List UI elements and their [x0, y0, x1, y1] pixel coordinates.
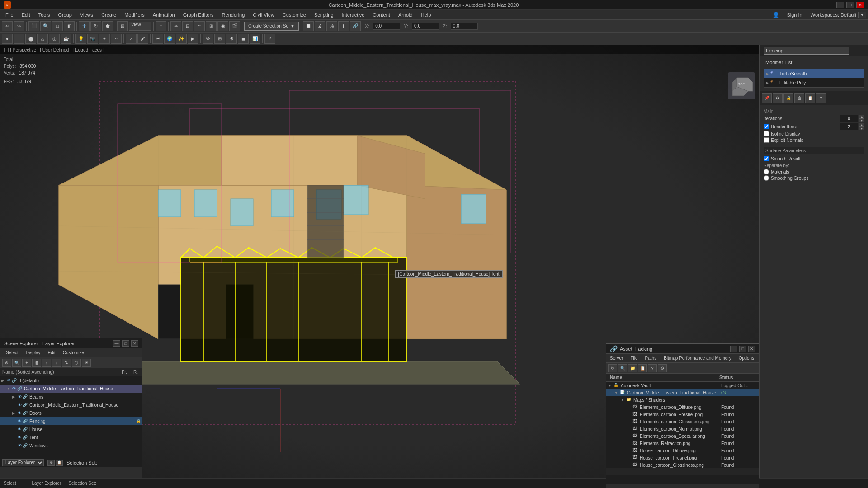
- at-tb-help-button[interactable]: ?: [648, 364, 657, 372]
- menu-file[interactable]: File: [2, 10, 17, 20]
- menu-tools[interactable]: Tools: [35, 10, 54, 20]
- rp-delete-button[interactable]: 🗑: [794, 93, 804, 103]
- select-by-name-button[interactable]: 🔍: [40, 21, 51, 31]
- at-menu-bitmap[interactable]: Bitmap Performance and Memory: [662, 356, 733, 361]
- at-tree-item[interactable]: 🖼House_cartoon_Diffuse.pngFound: [606, 447, 759, 454]
- spacewarp-button[interactable]: 〰: [111, 34, 122, 44]
- percent-snap-button[interactable]: %: [326, 21, 337, 31]
- close-button[interactable]: ✕: [856, 2, 864, 8]
- se-maximize-button[interactable]: □: [122, 340, 129, 347]
- at-tree-item[interactable]: 🖼Elements_cartoon_Fresnel.pngFound: [606, 411, 759, 418]
- help-button[interactable]: ?: [264, 34, 275, 44]
- snap-toggle-button[interactable]: 🔲: [303, 21, 314, 31]
- at-tree-item[interactable]: 🖼Elements_cartoon_Specular.pngFound: [606, 432, 759, 440]
- rp-lock-button[interactable]: 🔒: [783, 93, 793, 103]
- at-tree-item[interactable]: 🖼Elements_cartoon_Normal.pngFound: [606, 425, 759, 432]
- tree-item[interactable]: ▶👁🔗Doors: [0, 409, 142, 417]
- at-tree-item[interactable]: 🖼House_cartoon_Fresnel.pngFound: [606, 454, 759, 461]
- at-tree-item[interactable]: 🖼Elements_Refraction.pngFound: [606, 440, 759, 447]
- se-tb-move-up-button[interactable]: ↑: [42, 359, 51, 367]
- at-tree-item[interactable]: 🖼House_cartoon_Glossiness.pngFound: [606, 461, 759, 468]
- helper-button[interactable]: +: [99, 34, 110, 44]
- render-iters-down-button[interactable]: ▼: [859, 127, 864, 130]
- torus-button[interactable]: ◎: [49, 34, 60, 44]
- maximize-button[interactable]: □: [846, 2, 854, 8]
- menu-customize[interactable]: Customize: [279, 10, 310, 20]
- schematic-view-button[interactable]: ⊞: [206, 21, 217, 31]
- at-menu-options[interactable]: Options: [737, 356, 756, 361]
- render-button[interactable]: ▶: [188, 34, 198, 44]
- select-scale-button[interactable]: ⬟: [102, 21, 113, 31]
- box-button[interactable]: □: [14, 34, 24, 44]
- at-tree-item[interactable]: 🖼Elements_cartoon_Diffuse.pngFound: [606, 404, 759, 411]
- at-close-button[interactable]: ✕: [748, 346, 755, 352]
- menu-edit[interactable]: Edit: [18, 10, 34, 20]
- se-tb-highlight-button[interactable]: ☀: [82, 359, 91, 367]
- camera-button[interactable]: 📷: [87, 34, 98, 44]
- menu-interactive[interactable]: Interactive: [338, 10, 368, 20]
- rp-properties-button[interactable]: 📋: [805, 93, 815, 103]
- rect-select-button[interactable]: □: [52, 21, 63, 31]
- at-menu-file[interactable]: File: [628, 356, 639, 361]
- menu-arnold[interactable]: Arnold: [395, 10, 416, 20]
- fencing-input[interactable]: [764, 47, 849, 55]
- paint-button[interactable]: 🖌: [137, 34, 148, 44]
- half-res-button[interactable]: ½: [203, 34, 213, 44]
- menu-rendering[interactable]: Rendering: [218, 10, 249, 20]
- se-menu-display[interactable]: Display: [22, 350, 44, 355]
- tree-item[interactable]: ▼👁🔗Cartoon_Middle_Eastern_Traditional_Ho…: [0, 385, 142, 393]
- se-menu-select[interactable]: Select: [2, 350, 22, 355]
- sun-light-button[interactable]: ☀: [152, 34, 163, 44]
- se-tb-search-button[interactable]: 🔍: [12, 359, 21, 367]
- menu-modifiers[interactable]: Modifiers: [121, 10, 148, 20]
- render-iters-up-button[interactable]: ▲: [859, 123, 864, 127]
- teapot-button[interactable]: ☕: [61, 34, 71, 44]
- se-tb-group-button[interactable]: ⬡: [72, 359, 81, 367]
- reference-coord-button[interactable]: ⊞: [117, 21, 128, 31]
- navigation-cube[interactable]: TOP: [728, 72, 755, 99]
- se-tb-move-down-button[interactable]: ↓: [52, 359, 61, 367]
- select-filter-button[interactable]: ⊿: [126, 34, 137, 44]
- select-move-button[interactable]: ✛: [79, 21, 90, 31]
- viewport-config-button[interactable]: ⚙: [226, 34, 237, 44]
- iterations-input[interactable]: [840, 115, 858, 122]
- menu-create[interactable]: Create: [98, 10, 120, 20]
- adaptive-degrade-button[interactable]: ◼: [238, 34, 249, 44]
- render-setup-button[interactable]: 🎬: [229, 21, 240, 31]
- minimize-button[interactable]: —: [836, 2, 844, 8]
- se-tb-delete-button[interactable]: 🗑: [32, 359, 41, 367]
- render-iters-checkbox[interactable]: [764, 124, 769, 129]
- se-tb-sort-button[interactable]: ⇅: [62, 359, 71, 367]
- tree-item[interactable]: 👁🔗Tent: [0, 433, 142, 441]
- smoothing-groups-radio[interactable]: [764, 175, 769, 181]
- cone-button[interactable]: △: [37, 34, 48, 44]
- iterations-down-button[interactable]: ▼: [859, 118, 864, 122]
- menu-animation[interactable]: Animation: [149, 10, 179, 20]
- angle-snap-button[interactable]: ∡: [315, 21, 326, 31]
- mirror-button[interactable]: ⇔: [170, 21, 181, 31]
- at-tree-item[interactable]: ▼📁Maps / Shaders: [606, 396, 759, 404]
- light-button[interactable]: 💡: [75, 34, 86, 44]
- at-tb-search-button[interactable]: 🔍: [618, 364, 627, 372]
- at-tb-refresh-button[interactable]: ↻: [608, 364, 617, 372]
- rp-help-button[interactable]: ?: [816, 93, 826, 103]
- undo-button[interactable]: ↩: [2, 21, 13, 31]
- menu-views[interactable]: Views: [76, 10, 97, 20]
- tree-item[interactable]: ▶👁🔗0 (default): [0, 376, 142, 385]
- at-tb-folder-button[interactable]: 📁: [628, 364, 637, 372]
- at-menu-server[interactable]: Server: [608, 356, 625, 361]
- redo-button[interactable]: ↪: [14, 21, 24, 31]
- menu-graph-editors[interactable]: Graph Editors: [179, 10, 217, 20]
- safe-frame-button[interactable]: ⊞: [214, 34, 225, 44]
- spinner-snap-button[interactable]: ⬆: [338, 21, 349, 31]
- modifier-turbosmooth[interactable]: ▶ ◈ TurboSmooth: [764, 69, 864, 78]
- tree-item[interactable]: 👁🔗Fencing🔒: [0, 417, 142, 425]
- modifier-editable-poly[interactable]: ▶ ◈ Editable Poly: [764, 78, 864, 87]
- menu-group[interactable]: Group: [54, 10, 75, 20]
- se-minimize-button[interactable]: —: [113, 340, 120, 347]
- menu-scripting[interactable]: Scripting: [311, 10, 337, 20]
- signin-button[interactable]: Sign In: [783, 10, 806, 20]
- tree-item[interactable]: 👁🔗Windows: [0, 441, 142, 450]
- se-status-icon-1[interactable]: ⚙: [47, 460, 55, 466]
- stats-button[interactable]: 📊: [250, 34, 260, 44]
